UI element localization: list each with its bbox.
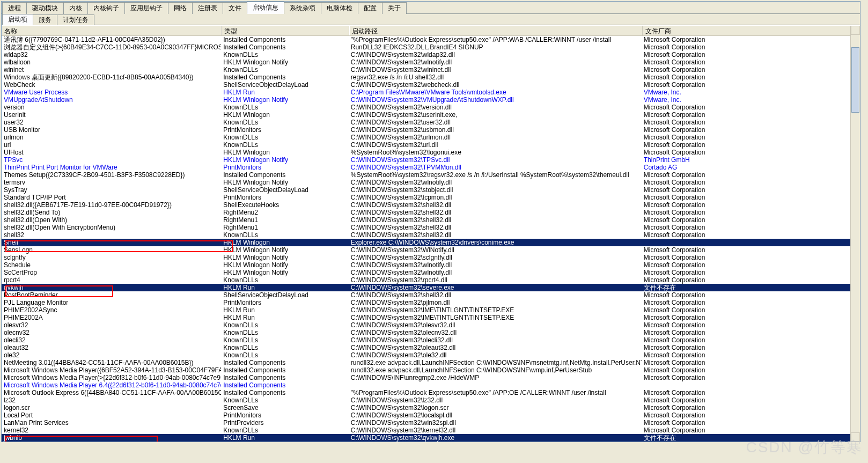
- table-row[interactable]: urlKnownDLLsC:\WINDOWS\system32\url.dllM…: [2, 141, 850, 149]
- table-row[interactable]: termsrvHKLM Winlogon NotifyC:\WINDOWS\sy…: [2, 179, 850, 186]
- sub-tab-2[interactable]: 计划任务: [57, 14, 94, 25]
- table-row[interactable]: qvkwjhHKLM RunC:\WINDOWS\system32\severe…: [2, 284, 850, 291]
- cell-name: urlmon: [2, 134, 221, 141]
- table-row[interactable]: ole32KnownDLLsC:\WINDOWS\system32\ole32.…: [2, 351, 850, 359]
- table-row[interactable]: olecnv32KnownDLLsC:\WINDOWS\system32\ole…: [2, 329, 850, 336]
- main-tab-11[interactable]: 配置: [358, 2, 382, 14]
- table-row[interactable]: Microsoft Windows Media Player 6.4({22d6…: [2, 381, 850, 389]
- cell-path: "%ProgramFiles%\Outlook Express\setup50.…: [349, 389, 642, 396]
- cell-type: HKLM Winlogon Notify: [221, 261, 349, 269]
- table-row[interactable]: shell32.dll(Open With EncryptionMenu)Rig…: [2, 224, 850, 231]
- vscroll-thumb[interactable]: [851, 47, 859, 113]
- table-row[interactable]: logon.scrScreenSaveC:\WINDOWS\system32\l…: [2, 404, 850, 411]
- table-row[interactable]: 通讯簿 6({7790769C-0471-11d2-AF11-00C04FA35…: [2, 36, 850, 43]
- main-window: 进程驱动模块内核内核钩子应用层钩子网络注册表文件启动信息系统杂项电脑体检配置关于…: [1, 1, 860, 442]
- table-row[interactable]: ShellHKLM WinlogonExplorer.exe C:\WINDOW…: [2, 239, 850, 246]
- col-type[interactable]: 类型: [222, 26, 349, 35]
- main-tab-7[interactable]: 文件: [223, 2, 247, 14]
- table-row[interactable]: LanMan Print ServicesPrintProvidersC:\WI…: [2, 419, 850, 427]
- vertical-scrollbar[interactable]: [850, 26, 860, 442]
- cell-name: wininet: [2, 66, 221, 74]
- cell-path: C:\WINDOWS\system32\wlnotify.dll: [349, 269, 642, 276]
- table-row[interactable]: shell32KnownDLLsC:\WINDOWS\system32\shel…: [2, 231, 850, 239]
- table-row[interactable]: 浏览器自定义组件(>{60B49E34-C7CC-11D0-8953-00A0C…: [2, 43, 850, 51]
- table-row[interactable]: WebCheckShellServiceObjectDelayLoadC:\WI…: [2, 81, 850, 89]
- table-row[interactable]: SensLognHKLM Winlogon NotifyC:\WINDOWS\s…: [2, 246, 850, 254]
- cell-name: lz32: [2, 396, 221, 404]
- table-row[interactable]: olesvr32KnownDLLsC:\WINDOWS\system32\ole…: [2, 321, 850, 329]
- cell-vendor: Microsoft Corporation: [642, 351, 850, 359]
- table-row[interactable]: PHIME2002AHKLM RunC:\WINDOWS\system32\IM…: [2, 314, 850, 321]
- cell-name: VMUpgradeAtShutdown: [2, 96, 221, 104]
- column-headers[interactable]: 名称 类型 启动路径 文件厂商: [2, 26, 850, 36]
- table-row[interactable]: lz32KnownDLLsC:\WINDOWS\system32\lz32.dl…: [2, 396, 850, 404]
- table-row[interactable]: TPSvcHKLM Winlogon NotifyC:\WINDOWS\syst…: [2, 156, 850, 164]
- list-area: 名称 类型 启动路径 文件厂商 通讯簿 6({7790769C-0471-11d…: [2, 25, 860, 442]
- table-row[interactable]: Themes Setup({2C7339CF-2B09-4501-B3F3-F3…: [2, 171, 850, 179]
- table-row[interactable]: VMware User ProcessHKLM RunC:\Program Fi…: [2, 89, 850, 96]
- table-row[interactable]: shell32.dll({AEB6717E-7E19-11d0-97EE-00C…: [2, 201, 850, 209]
- cell-path: C:\WINDOWS\system32\lz32.dll: [349, 396, 642, 404]
- table-row[interactable]: PostBootReminderShellServiceObjectDelayL…: [2, 291, 850, 299]
- table-row[interactable]: sclgntfyHKLM Winlogon NotifyC:\WINDOWS\s…: [2, 254, 850, 261]
- cell-name: termsrv: [2, 179, 221, 186]
- main-tab-0[interactable]: 进程: [2, 2, 27, 14]
- table-row[interactable]: USB MonitorPrintMonitorsC:\WINDOWS\syste…: [2, 126, 850, 134]
- main-tab-8[interactable]: 启动信息: [247, 2, 284, 14]
- col-name[interactable]: 名称: [2, 26, 222, 35]
- main-tab-5[interactable]: 网络: [168, 2, 193, 14]
- table-row[interactable]: ScCertPropHKLM Winlogon NotifyC:\WINDOWS…: [2, 269, 850, 276]
- col-path[interactable]: 启动路径: [349, 26, 643, 35]
- cell-vendor: Microsoft Corporation: [642, 411, 850, 419]
- table-row[interactable]: kernel32KnownDLLsC:\WINDOWS\system32\ker…: [2, 427, 850, 434]
- table-row[interactable]: oleaut32KnownDLLsC:\WINDOWS\system32\ole…: [2, 344, 850, 351]
- sub-tab-0[interactable]: 启动项: [2, 14, 33, 25]
- main-tab-10[interactable]: 电脑体检: [321, 2, 358, 14]
- table-row[interactable]: Windows 桌面更新({89820200-ECBD-11cf-8B85-00…: [2, 74, 850, 81]
- main-tab-6[interactable]: 注册表: [192, 2, 223, 14]
- table-row[interactable]: UIHostHKLM Winlogon%SystemRoot%\system32…: [2, 149, 850, 156]
- table-row[interactable]: Standard TCP/IP PortPrintMonitorsC:\WIND…: [2, 194, 850, 201]
- table-row[interactable]: user32KnownDLLsC:\WINDOWS\system32\user3…: [2, 119, 850, 126]
- table-row[interactable]: Microsoft Windows Media Player(>{22d6f31…: [2, 374, 850, 381]
- col-vendor[interactable]: 文件厂商: [643, 26, 850, 35]
- table-row[interactable]: NetMeeting 3.01({44BBA842-CC51-11CF-AAFA…: [2, 359, 850, 366]
- table-row[interactable]: shell32.dll(Send To)RightMenu2C:\WINDOWS…: [2, 209, 850, 216]
- table-row[interactable]: ScheduleHKLM Winlogon NotifyC:\WINDOWS\s…: [2, 261, 850, 269]
- cell-name: Microsoft Outlook Express 6({44BBA840-CC…: [2, 389, 221, 396]
- cell-vendor: Microsoft Corporation: [642, 246, 850, 254]
- table-row[interactable]: wldap32KnownDLLsC:\WINDOWS\system32\wlda…: [2, 51, 850, 58]
- main-tab-9[interactable]: 系统杂项: [284, 2, 321, 14]
- main-tab-3[interactable]: 内核钩子: [87, 2, 125, 14]
- cell-path: C:\WINDOWS\system32\qvkwjh.exe: [349, 434, 642, 442]
- main-tab-4[interactable]: 应用层钩子: [124, 2, 168, 14]
- table-row[interactable]: Local PortPrintMonitorsC:\WINDOWS\system…: [2, 411, 850, 419]
- table-row[interactable]: shell32.dll(Open With)RightMenu1C:\WINDO…: [2, 216, 850, 224]
- cell-name: ScCertProp: [2, 269, 221, 276]
- cell-name: NetMeeting 3.01({44BBA842-CC51-11CF-AAFA…: [2, 359, 221, 366]
- table-row[interactable]: Microsoft Outlook Express 6({44BBA840-CC…: [2, 389, 850, 396]
- cell-vendor: Microsoft Corporation: [642, 314, 850, 321]
- cell-vendor: Microsoft Corporation: [642, 321, 850, 329]
- table-row[interactable]: wininetKnownDLLsC:\WINDOWS\system32\wini…: [2, 66, 850, 74]
- main-tab-2[interactable]: 内核: [63, 2, 88, 14]
- sub-tab-1[interactable]: 服务: [33, 14, 57, 25]
- cell-vendor: 文件不存在: [642, 284, 850, 291]
- table-row[interactable]: Microsoft Windows Media Player({6BF52A52…: [2, 366, 850, 374]
- table-row[interactable]: urlmonKnownDLLsC:\WINDOWS\system32\urlmo…: [2, 134, 850, 141]
- table-row[interactable]: PHIME2002ASyncHKLM RunC:\WINDOWS\system3…: [2, 306, 850, 314]
- main-tab-12[interactable]: 关于: [382, 2, 407, 14]
- table-row[interactable]: rpcrt4KnownDLLsC:\WINDOWS\system32\rpcrt…: [2, 276, 850, 284]
- main-tab-1[interactable]: 驱动模块: [26, 2, 64, 14]
- cell-vendor: Microsoft Corporation: [642, 291, 850, 299]
- table-row[interactable]: ThinPrint Print Port Monitor for VMWareP…: [2, 164, 850, 171]
- table-row[interactable]: UserinitHKLM WinlogonC:\WINDOWS\system32…: [2, 111, 850, 119]
- table-row[interactable]: PJL Language MonitorPrintMonitorsC:\WIND…: [2, 299, 850, 306]
- table-row[interactable]: versionKnownDLLsC:\WINDOWS\system32\vers…: [2, 104, 850, 111]
- table-row[interactable]: jwbnlbHKLM RunC:\WINDOWS\system32\qvkwjh…: [2, 434, 850, 442]
- table-row[interactable]: wlballoonHKLM Winlogon NotifyC:\WINDOWS\…: [2, 58, 850, 66]
- table-row[interactable]: SysTrayShellServiceObjectDelayLoadC:\WIN…: [2, 186, 850, 194]
- table-row[interactable]: VMUpgradeAtShutdownHKLM Winlogon NotifyC…: [2, 96, 850, 104]
- cell-vendor: Microsoft Corporation: [642, 209, 850, 216]
- table-row[interactable]: olecli32KnownDLLsC:\WINDOWS\system32\ole…: [2, 336, 850, 344]
